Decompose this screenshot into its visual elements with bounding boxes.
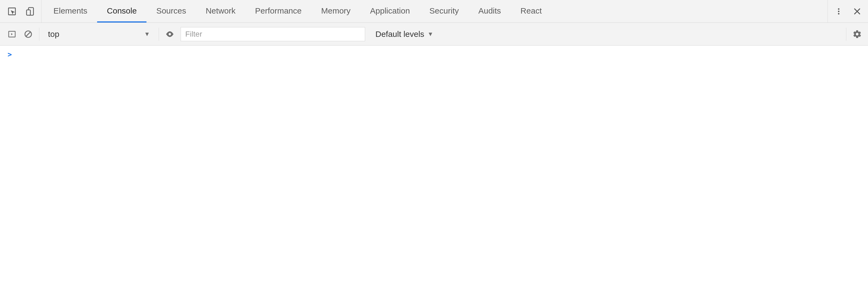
kebab-menu-icon[interactable] <box>833 6 844 17</box>
chevron-down-icon: ▼ <box>428 31 433 38</box>
console-toolbar: top ▼ Default levels ▼ <box>0 23 868 45</box>
execution-context-select[interactable]: top ▼ <box>45 30 153 39</box>
svg-point-3 <box>838 8 839 10</box>
tab-bar-right-icons <box>828 0 868 23</box>
tab-performance[interactable]: Performance <box>245 0 311 23</box>
divider <box>39 28 39 41</box>
tab-memory[interactable]: Memory <box>311 0 360 23</box>
tab-network[interactable]: Network <box>196 0 245 23</box>
devtools-tab-bar: Elements Console Sources Network Perform… <box>0 0 868 23</box>
toggle-console-sidebar-icon[interactable] <box>6 29 18 39</box>
live-expression-icon[interactable] <box>164 29 175 39</box>
tab-label: Sources <box>156 6 186 15</box>
tab-label: Application <box>370 6 410 15</box>
tab-label: Performance <box>255 6 302 15</box>
toolbar-right <box>846 28 863 41</box>
devtools-tabs: Elements Console Sources Network Perform… <box>44 0 552 23</box>
tab-label: Audits <box>478 6 501 15</box>
levels-label: Default levels <box>375 30 424 39</box>
tab-security[interactable]: Security <box>420 0 468 23</box>
tab-label: Console <box>107 6 137 15</box>
tab-audits[interactable]: Audits <box>468 0 510 23</box>
tab-label: Elements <box>54 6 87 15</box>
tab-sources[interactable]: Sources <box>147 0 196 23</box>
tab-label: React <box>521 6 542 15</box>
tab-label: Security <box>429 6 459 15</box>
tab-elements[interactable]: Elements <box>44 0 97 23</box>
tab-application[interactable]: Application <box>360 0 420 23</box>
divider <box>159 28 159 41</box>
svg-point-4 <box>838 10 839 12</box>
tab-label: Memory <box>321 6 350 15</box>
svg-point-11 <box>169 33 171 35</box>
toggle-device-toolbar-icon[interactable] <box>25 6 36 17</box>
console-body[interactable]: > <box>0 45 868 63</box>
filter-input[interactable] <box>181 27 365 41</box>
svg-rect-2 <box>27 10 30 15</box>
tab-console[interactable]: Console <box>97 0 147 23</box>
log-levels-select[interactable]: Default levels ▼ <box>371 30 438 39</box>
inspect-element-icon[interactable] <box>6 6 18 17</box>
console-prompt: > <box>8 51 12 59</box>
close-icon[interactable] <box>852 6 863 17</box>
tab-bar-left-icons <box>0 0 41 23</box>
tab-label: Network <box>206 6 236 15</box>
tab-react[interactable]: React <box>511 0 552 23</box>
divider <box>846 28 846 41</box>
clear-console-icon[interactable] <box>23 29 34 39</box>
chevron-down-icon: ▼ <box>144 31 150 38</box>
gear-icon[interactable] <box>852 29 863 39</box>
svg-point-5 <box>838 13 839 14</box>
context-label: top <box>48 30 59 39</box>
svg-line-10 <box>26 32 30 36</box>
